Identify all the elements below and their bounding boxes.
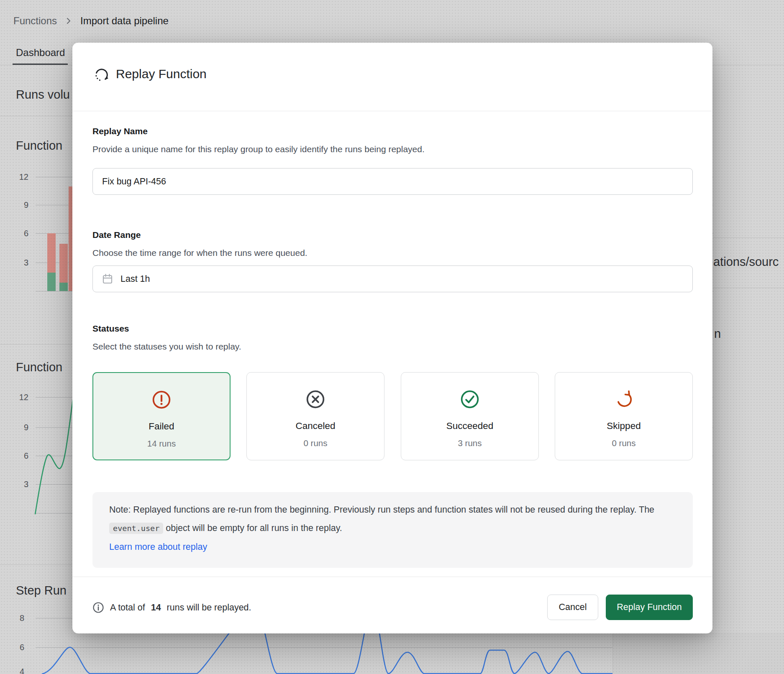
skip-arrow-icon [614,390,633,409]
breadcrumb: Functions Import data pipeline [13,15,169,27]
status-card-label: Succeeded [446,421,494,431]
runs-bar-red [59,244,68,283]
right-heading-fragment: ations/sourc [713,255,779,269]
chart1-tick: 6 [11,229,28,238]
replay-name-input[interactable] [92,168,693,195]
total-count: 14 [151,603,161,613]
runs-volume-heading: Runs volu [16,88,70,102]
breadcrumb-current: Import data pipeline [80,15,169,27]
modal-title: Replay Function [116,67,207,81]
replay-name-description: Provide a unique name for this replay gr… [92,144,425,154]
date-range-value: Last 1h [120,274,150,284]
right-divider [713,288,784,288]
note-text: Note: Replayed functions are re-run from… [109,505,654,515]
status-card-canceled[interactable]: Canceled 0 runs [246,372,384,460]
status-card-label: Skipped [607,421,641,431]
status-card-succeeded[interactable]: Succeeded 3 runs [401,372,539,460]
alert-circle-icon [152,390,171,409]
replay-note: Note: Replayed functions are re-run from… [92,492,693,568]
chart1-tick: 9 [11,200,28,210]
chart1-title-text: Function [16,139,62,153]
status-card-label: Failed [149,421,174,432]
status-card-runs: 0 runs [612,438,636,448]
cancel-button[interactable]: Cancel [547,595,598,620]
status-card-runs: 14 runs [147,439,176,449]
total-suffix: runs will be replayed. [167,603,251,613]
runs-bar-green [47,273,56,291]
right-divider [713,237,784,238]
status-card-runs: 3 runs [458,438,482,448]
status-card-failed[interactable]: Failed 14 runs [92,372,231,460]
runs-bar-green [59,283,68,291]
breadcrumb-functions[interactable]: Functions [13,15,57,27]
runs-bar-red [47,233,56,273]
total-prefix: A total of [110,603,145,613]
chart1-tick: 12 [11,172,28,182]
statuses-description: Select the statuses you wish to replay. [92,342,241,352]
x-circle-icon [306,390,325,409]
date-range-select[interactable]: Last 1h [92,266,693,292]
right-heading-fragment: n [714,327,721,341]
learn-more-link[interactable]: Learn more about replay [109,542,207,552]
replay-function-button[interactable]: Replay Function [606,595,693,620]
check-circle-icon [460,390,479,409]
chart2-title-text: Function [16,360,62,374]
status-card-skipped[interactable]: Skipped 0 runs [555,372,693,460]
header-divider [72,111,712,111]
status-card-runs: 0 runs [304,438,328,448]
chart1-tick: 3 [11,258,28,268]
statuses-label: Statuses [92,324,129,334]
chevron-right-icon [64,17,73,25]
replay-name-label: Replay Name [92,126,148,136]
panel-right-area [613,633,784,674]
date-range-label: Date Range [92,230,141,240]
date-range-description: Choose the time range for when the runs … [92,248,307,258]
calendar-icon [102,273,113,285]
footer-divider [72,577,712,577]
replay-icon [93,66,110,83]
code-chip: event.user [109,523,163,534]
footer-summary: A total of 14 runs will be replayed. [92,602,251,613]
note-text: object will be empty for all runs in the… [163,523,342,533]
status-card-label: Canceled [295,421,335,431]
info-icon [92,602,104,613]
tab-dashboard[interactable]: Dashboard [16,47,65,59]
replay-function-modal: Replay Function Replay Name Provide a un… [72,43,712,633]
